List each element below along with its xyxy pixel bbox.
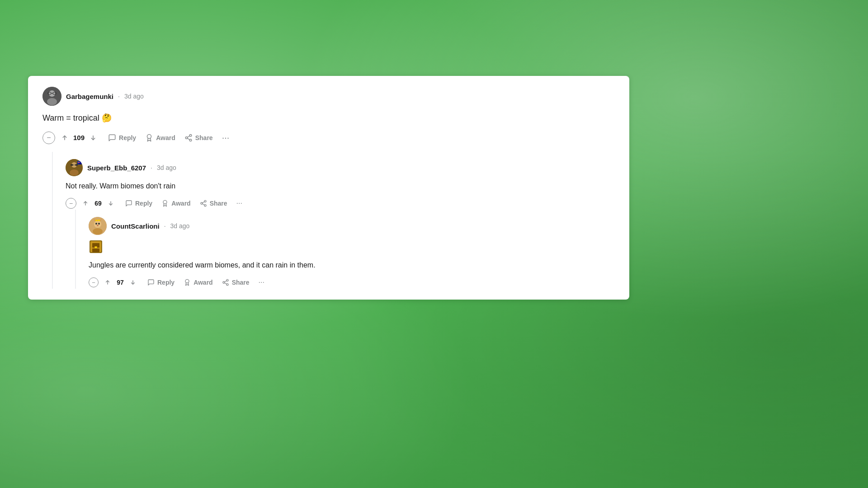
comment-header-count: CountScarlioni · 3d ago [89,217,629,235]
svg-line-28 [202,204,204,205]
award-button-1[interactable]: Award [142,131,179,145]
replies-container-1: 🇦🇺 Superb_Ebb_6207 · 3d ago Not really. … [28,152,629,289]
svg-rect-44 [95,247,97,248]
svg-point-36 [98,223,100,225]
collapse-button-3[interactable]: − [89,277,99,287]
upvote-button-2[interactable] [80,198,91,209]
minus-icon-1: − [47,134,51,142]
reply-icon-3 [147,279,155,286]
share-label-2: Share [210,200,227,207]
comments-card: Garbagemunki · 3d ago Warm = tropical 🤔 … [28,76,629,300]
svg-line-13 [187,136,189,137]
award-label-3: Award [193,279,213,286]
share-button-1[interactable]: Share [181,131,217,145]
more-icon-2: ··· [236,199,242,207]
share-label-1: Share [195,134,213,141]
avatar-countscarlioni [89,217,107,235]
award-icon-2 [161,200,169,207]
svg-point-16 [70,169,79,176]
award-button-2[interactable]: Award [158,197,194,210]
award-button-3[interactable]: Award [180,276,217,289]
share-button-2[interactable]: Share [196,197,231,210]
award-label-1: Award [156,134,175,141]
timestamp-garbagemunki: 3d ago [124,93,144,100]
downvote-button-3[interactable] [127,277,138,288]
downvote-button-2[interactable] [105,198,116,209]
downvote-button-1[interactable] [87,132,99,144]
separator-2: · [151,164,152,171]
collapse-button-2[interactable]: − [66,198,76,209]
svg-point-2 [47,98,57,105]
vote-count-3: 97 [116,279,125,286]
comment-body-superb: Not really. Warm biomes don't rain [66,181,629,192]
action-bar-superb: − 69 Reply Award [66,197,629,210]
action-bar-countscarlioni: − 97 Reply [89,276,629,289]
vote-area-2: 69 [80,198,116,209]
vote-area-1: 109 [59,132,99,144]
downvote-icon-1 [89,134,97,142]
svg-rect-17 [71,164,73,166]
svg-rect-42 [92,249,99,252]
reply-label-3: Reply [157,279,175,286]
timestamp-superb: 3d ago [157,164,176,171]
svg-line-52 [224,281,226,282]
reply-icon-1 [108,134,116,142]
comment-header-garbagemunki: Garbagemunki · 3d ago [42,87,615,106]
upvote-icon-3 [104,279,111,286]
more-icon-1: ··· [222,132,230,142]
vote-count-1: 109 [73,134,85,141]
reply-label-2: Reply [135,200,152,207]
share-icon-3 [222,279,229,286]
svg-point-37 [97,225,99,226]
comment-garbagemunki: Garbagemunki · 3d ago Warm = tropical 🤔 … [28,87,629,145]
downvote-icon-3 [129,279,137,286]
more-button-3[interactable]: ··· [255,277,268,288]
reply-icon-2 [125,200,132,207]
award-label-2: Award [171,200,191,207]
reply-button-3[interactable]: Reply [144,276,178,289]
comment-countscarlioni: CountScarlioni · 3d ago Jungles [75,210,629,289]
share-label-3: Share [232,279,250,286]
avatar-garbagemunki [42,87,61,106]
upvote-icon-2 [82,200,89,207]
downvote-icon-2 [107,200,114,207]
action-bar-garbagemunki: − 109 Reply Award Share [42,131,615,145]
award-icon-1 [145,134,153,142]
more-icon-3: ··· [259,278,264,286]
comment-body-countscarlioni: Jungles are currently considered warm bi… [89,260,629,271]
award-icon-3 [184,279,191,286]
collapse-button-1[interactable]: − [42,131,55,144]
upvote-button-1[interactable] [59,132,71,144]
svg-line-29 [202,202,204,203]
more-button-1[interactable]: ··· [218,131,233,145]
share-button-3[interactable]: Share [218,276,253,289]
reply-button-1[interactable]: Reply [104,131,140,145]
svg-line-12 [187,138,189,140]
username-superb: Superb_Ebb_6207 [87,164,146,172]
timestamp-countscarlioni: 3d ago [170,222,190,230]
svg-text:🇦🇺: 🇦🇺 [78,161,82,165]
minecraft-badge [89,239,629,256]
svg-point-35 [95,223,97,225]
share-icon-2 [200,200,207,207]
separator-3: · [164,222,166,230]
vote-area-3: 97 [102,277,138,288]
minus-icon-2: − [69,200,73,207]
avatar-superb: 🇦🇺 [66,159,83,176]
vote-count-2: 69 [94,200,103,207]
username-countscarlioni: CountScarlioni [111,222,160,230]
minus-icon-3: − [92,279,95,286]
svg-line-51 [224,283,226,284]
more-button-2[interactable]: ··· [233,197,246,209]
username-garbagemunki: Garbagemunki [66,93,113,100]
upvote-button-3[interactable] [102,277,113,288]
share-icon-1 [184,134,193,142]
svg-point-31 [94,221,101,228]
separator-1: · [118,93,120,100]
upvote-icon-1 [61,134,69,142]
comment-superb: 🇦🇺 Superb_Ebb_6207 · 3d ago Not really. … [52,152,629,289]
reply-button-2[interactable]: Reply [122,197,156,210]
comment-header-superb: 🇦🇺 Superb_Ebb_6207 · 3d ago [66,159,629,176]
svg-point-32 [93,228,103,235]
reply-label-1: Reply [119,134,136,141]
